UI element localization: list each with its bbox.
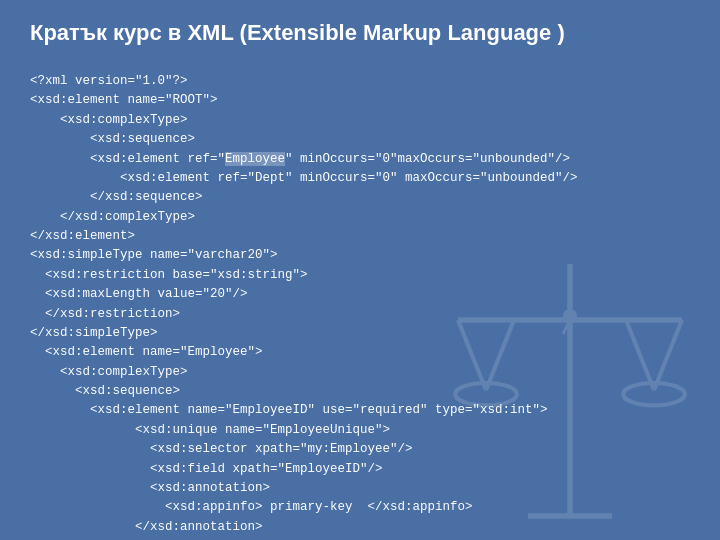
- code-line-2: <xsd:element name="ROOT">: [30, 93, 218, 107]
- code-line-6: <xsd:element ref="Dept" minOccurs="0" ma…: [30, 171, 578, 185]
- code-line-5: <xsd:element ref="Employee" minOccurs="0…: [30, 152, 570, 166]
- code-line-24: </xsd:annotation>: [30, 520, 263, 534]
- code-line-19: <xsd:unique name="EmployeeUnique">: [30, 423, 390, 437]
- code-line-22: <xsd:annotation>: [30, 481, 270, 495]
- code-block: <?xml version="1.0"?> <xsd:element name=…: [30, 72, 690, 540]
- code-line-20: <xsd:selector xpath="my:Employee"/>: [30, 442, 413, 456]
- code-line-23: <xsd:appinfo> primary-key </xsd:appinfo>: [30, 500, 473, 514]
- code-line-11: <xsd:restriction base="xsd:string">: [30, 268, 308, 282]
- code-line-1: <?xml version="1.0"?>: [30, 74, 188, 88]
- slide-title: Кратък курс в XML (Extensible Markup Lan…: [30, 20, 690, 54]
- code-line-10: <xsd:simpleType name="varchar20">: [30, 248, 278, 262]
- code-line-17: <xsd:sequence>: [30, 384, 180, 398]
- code-line-16: <xsd:complexType>: [30, 365, 188, 379]
- code-line-13: </xsd:restriction>: [30, 307, 180, 321]
- code-line-3: <xsd:complexType>: [30, 113, 188, 127]
- code-line-15: <xsd:element name="Employee">: [30, 345, 263, 359]
- code-line-21: <xsd:field xpath="EmployeeID"/>: [30, 462, 383, 476]
- code-line-8: </xsd:complexType>: [30, 210, 195, 224]
- code-line-4: <xsd:sequence>: [30, 132, 195, 146]
- slide-container: Кратък курс в XML (Extensible Markup Lan…: [0, 0, 720, 540]
- code-line-7: </xsd:sequence>: [30, 190, 203, 204]
- code-line-14: </xsd:simpleType>: [30, 326, 158, 340]
- code-line-18: <xsd:element name="EmployeeID" use="requ…: [30, 403, 548, 417]
- code-line-9: </xsd:element>: [30, 229, 135, 243]
- code-line-12: <xsd:maxLength value="20"/>: [30, 287, 248, 301]
